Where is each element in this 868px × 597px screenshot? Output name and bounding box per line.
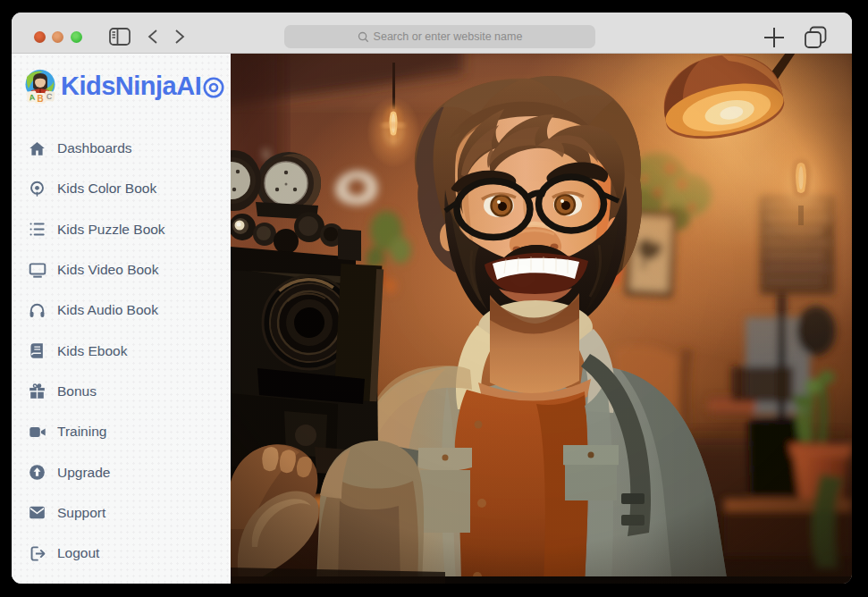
svg-text:B: B <box>38 94 44 104</box>
